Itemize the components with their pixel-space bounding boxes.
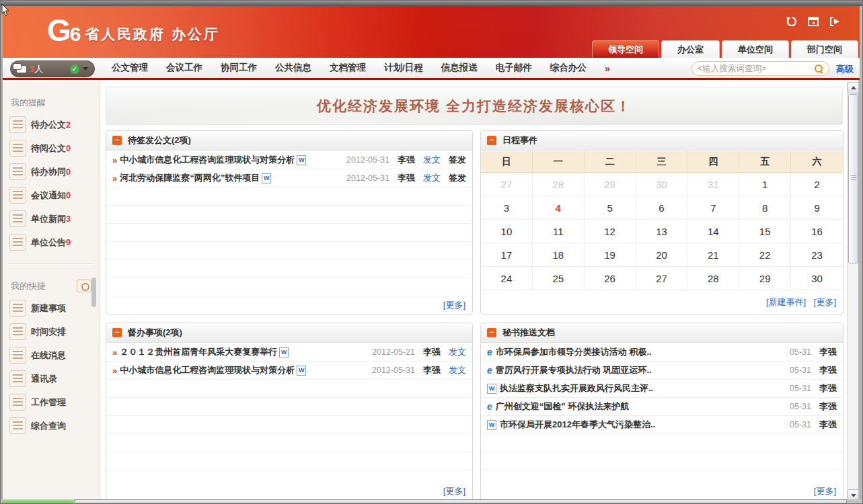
calendar-day[interactable]: 2 <box>791 173 843 196</box>
item-title[interactable]: 广州创文迎“国检” 环保执法来护航 <box>496 401 630 413</box>
shortcuts-heading: 我的快捷 <box>11 280 100 292</box>
item-title[interactable]: 中小城市信息化工程咨询监理现状与对策分析 <box>120 154 295 166</box>
send-doc-link[interactable]: 发文 <box>423 172 441 184</box>
calendar-day[interactable]: 17 <box>481 243 533 267</box>
calendar-day[interactable]: 20 <box>636 243 688 267</box>
sidebar-shortcut-item[interactable]: 工作管理 <box>3 390 100 414</box>
item-title[interactable]: 执法监察支队扎实开展政风行风民主评.. <box>500 382 653 394</box>
nav-item[interactable]: 公文管理 <box>112 62 148 74</box>
calendar-day[interactable]: 24 <box>481 267 533 290</box>
sidebar-shortcut-item[interactable]: 时间安排 <box>3 320 100 343</box>
calendar-day[interactable]: 30 <box>791 267 843 290</box>
space-tab[interactable]: 办公室 <box>661 40 720 58</box>
calendar-day[interactable]: 28 <box>687 267 739 290</box>
item-title[interactable]: ２０１２贵州首届青年风采大赛复赛举行 <box>120 346 277 358</box>
calendar-day[interactable]: 27 <box>636 267 688 290</box>
calendar-day[interactable]: 15 <box>739 220 791 243</box>
logout-icon[interactable] <box>829 15 841 28</box>
calendar-day[interactable]: 25 <box>533 267 585 290</box>
window-icon[interactable] <box>807 15 819 28</box>
refresh-icon[interactable] <box>786 15 798 28</box>
sidebar-scrollbar-thumb[interactable] <box>91 278 96 307</box>
nav-item[interactable]: 公共信息 <box>275 62 311 74</box>
send-doc-link[interactable]: 发文 <box>423 154 441 166</box>
sidebar-reminder-item[interactable]: 会议通知0 <box>3 183 100 207</box>
item-title[interactable]: 中小城市信息化工程咨询监理现状与对策分析 <box>120 364 295 376</box>
sidebar-shortcut-item[interactable]: 在线消息 <box>3 343 100 367</box>
sidebar-reminder-item[interactable]: 单位新闻3 <box>3 207 100 230</box>
sidebar-shortcut-item[interactable]: 新建事项 <box>3 296 100 320</box>
space-tab[interactable]: 领导空间 <box>592 40 659 58</box>
calendar-day[interactable]: 29 <box>585 173 636 196</box>
item-title[interactable]: 市环保局开展2012年春季大气污染整治.. <box>500 419 655 431</box>
new-event-link[interactable]: [新建事件] <box>766 297 806 307</box>
online-users-widget[interactable]: 3 人 ✓ <box>10 60 95 77</box>
calendar-day[interactable]: 1 <box>739 173 791 196</box>
calendar-day[interactable]: 18 <box>533 243 585 267</box>
calendar-day[interactable]: 12 <box>585 220 636 243</box>
calendar-day[interactable]: 23 <box>791 243 843 267</box>
nav-item[interactable]: 文档管理 <box>330 62 366 74</box>
more-link[interactable]: [更多] <box>814 486 836 496</box>
search-icon[interactable] <box>815 65 823 73</box>
calendar-day[interactable]: 30 <box>636 173 688 196</box>
chevron-down-icon[interactable] <box>83 67 88 71</box>
calendar-day[interactable]: 7 <box>687 196 739 220</box>
vertical-scrollbar-thumb[interactable] <box>848 94 858 263</box>
calendar-day[interactable]: 9 <box>791 196 843 220</box>
calendar-day-today[interactable]: 4 <box>533 196 585 220</box>
calendar-day[interactable]: 8 <box>739 196 791 220</box>
item-title[interactable]: 河北劳动保障监察“两网化”软件项目 <box>120 172 260 184</box>
calendar-day[interactable]: 21 <box>687 243 739 267</box>
sidebar-reminder-item[interactable]: 待阅公文0 <box>3 136 100 160</box>
calendar-day[interactable]: 13 <box>636 220 688 243</box>
calendar-day[interactable]: 6 <box>636 196 688 220</box>
nav-item[interactable]: 综合办公 <box>550 62 587 74</box>
space-tab[interactable]: 部门空间 <box>791 40 858 58</box>
send-doc-link[interactable]: 发文 <box>449 364 466 376</box>
calendar-day[interactable]: 5 <box>585 196 636 220</box>
send-doc-link[interactable]: 发文 <box>449 346 466 358</box>
shortcuts-settings-icon[interactable] <box>77 280 91 292</box>
calendar-day[interactable]: 26 <box>585 267 636 290</box>
calendar-day[interactable]: 27 <box>481 173 533 196</box>
calendar-day[interactable]: 11 <box>533 220 585 243</box>
collapse-icon[interactable] <box>487 136 496 145</box>
collapse-icon[interactable] <box>112 328 122 337</box>
more-link[interactable]: [更多] <box>814 297 836 307</box>
space-tab[interactable]: 单位空间 <box>722 40 789 58</box>
nav-item[interactable]: 协同工作 <box>221 62 257 74</box>
more-link[interactable]: [更多] <box>443 300 465 310</box>
calendar-day[interactable]: 22 <box>739 243 791 267</box>
calendar-day[interactable]: 14 <box>687 220 739 243</box>
calendar-day[interactable]: 3 <box>481 196 533 220</box>
sidebar-shortcut-item[interactable]: 综合查询 <box>3 414 100 437</box>
scroll-up-button[interactable] <box>848 82 859 93</box>
calendar-day[interactable]: 28 <box>533 173 585 196</box>
item-author: 李强 <box>423 364 441 376</box>
item-title[interactable]: 市环保局参加市领导分类接访活动 积极.. <box>496 346 652 358</box>
sidebar-shortcut-item[interactable]: 通讯录 <box>3 367 100 390</box>
horizontal-scrollbar-thumb[interactable] <box>75 499 847 503</box>
collapse-icon[interactable] <box>112 136 122 145</box>
calendar-day[interactable]: 10 <box>481 220 533 243</box>
item-title[interactable]: 雷厉风行开展专项执法行动 巩固亚运环.. <box>496 364 652 376</box>
main-content: 优化经济发展环境 全力打造经济发展核心区！ 待签发公文(2项) »中小城市信息化… <box>100 82 847 501</box>
nav-overflow-icon[interactable]: » <box>605 62 610 74</box>
sidebar-reminder-item[interactable]: 待办公文2 <box>3 113 100 136</box>
calendar-day[interactable]: 29 <box>739 267 791 290</box>
sidebar-shortcut-item-icon <box>9 323 26 340</box>
calendar-day[interactable]: 19 <box>585 243 636 267</box>
sidebar-reminder-item[interactable]: 待办协同0 <box>3 160 100 183</box>
advanced-search-link[interactable]: 高级 <box>836 63 854 75</box>
nav-item[interactable]: 计划/日程 <box>384 62 423 74</box>
collapse-icon[interactable] <box>487 328 496 337</box>
calendar-day[interactable]: 16 <box>791 220 843 243</box>
sidebar-reminder-item[interactable]: 单位公告9 <box>3 230 100 254</box>
calendar-day[interactable]: 31 <box>687 173 739 196</box>
nav-item[interactable]: 信息报送 <box>441 62 478 74</box>
more-link[interactable]: [更多] <box>443 486 465 496</box>
nav-item[interactable]: 电子邮件 <box>496 62 532 74</box>
search-input[interactable] <box>698 64 815 73</box>
nav-item[interactable]: 会议工作 <box>166 62 202 74</box>
